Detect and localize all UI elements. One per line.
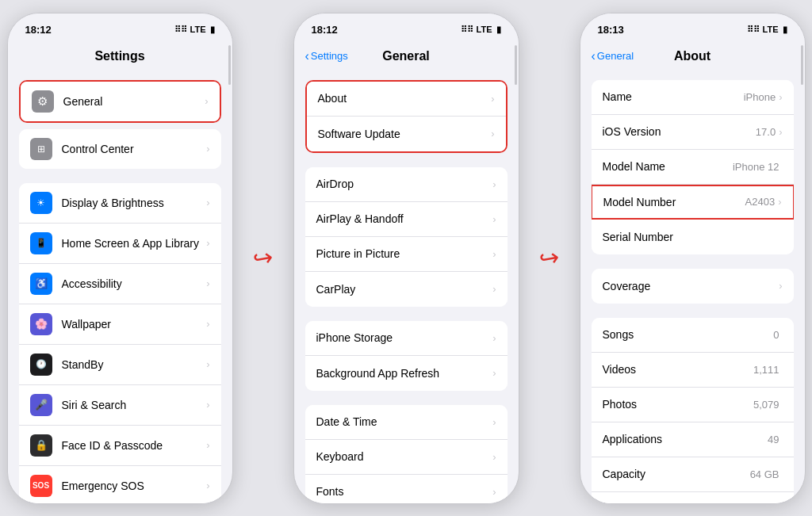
- settings-row-display[interactable]: ☀ Display & Brightness ›: [19, 183, 221, 224]
- about-row-modelnumber[interactable]: Model Number A2403 ›: [592, 185, 794, 220]
- coverage-chevron: ›: [779, 280, 782, 292]
- about-group-stats: Songs 0 Videos 1,111 Photos 5,079 Applic…: [592, 318, 794, 503]
- general-group-storage: iPhone Storage › Background App Refresh …: [305, 321, 508, 391]
- battery-icon-2: ▮: [496, 25, 501, 35]
- scrollbar-1: [228, 45, 231, 85]
- about-group-device: Name iPhone › iOS Version 17.0 › Model N…: [592, 80, 794, 254]
- status-bar-1: 18:12 ⠿⠿ LTE ▮: [8, 13, 232, 42]
- about-row-name[interactable]: Name iPhone ›: [592, 80, 794, 115]
- general-row-fonts[interactable]: Fonts ›: [305, 475, 508, 503]
- settings-row-homescreen[interactable]: 📱 Home Screen & App Library ›: [19, 224, 221, 264]
- datetime-label: Date & Time: [316, 415, 493, 428]
- about-content: Name iPhone › iOS Version 17.0 › Model N…: [580, 72, 805, 503]
- settings-row-accessibility[interactable]: ♿ Accessibility ›: [19, 264, 221, 304]
- status-icons-1: ⠿⠿ LTE ▮: [174, 25, 214, 35]
- settings-row-general[interactable]: ⚙ General ›: [21, 82, 220, 121]
- general-group-airdrop: AirDrop › AirPlay & Handoff › Picture in…: [305, 167, 508, 307]
- nav-back-2[interactable]: ‹ Settings: [305, 49, 348, 63]
- general-label: General: [63, 95, 205, 108]
- nav-back-3[interactable]: ‹ General: [592, 49, 634, 63]
- bgrefresh-label: Background App Refresh: [316, 367, 493, 380]
- standby-label: StandBy: [62, 358, 207, 371]
- keyboard-chevron: ›: [492, 451, 496, 463]
- siri-icon: 🎤: [30, 394, 52, 416]
- settings-row-wallpaper[interactable]: 🌸 Wallpaper ›: [19, 304, 221, 345]
- general-row-airplay[interactable]: AirPlay & Handoff ›: [305, 202, 508, 237]
- display-label: Display & Brightness: [62, 197, 207, 209]
- settings-group-display-section: ☀ Display & Brightness › 📱 Home Screen &…: [19, 183, 221, 503]
- scrollbar-2: [515, 45, 517, 85]
- songs-value: 0: [773, 329, 779, 341]
- general-row-storage[interactable]: iPhone Storage ›: [305, 321, 508, 356]
- general-content: About › Software Update › AirDrop › AirP…: [294, 72, 519, 503]
- carplay-label: CarPlay: [316, 283, 493, 296]
- name-value: iPhone: [744, 91, 776, 103]
- videos-value: 1,111: [753, 364, 779, 376]
- back-arrow-icon-3: ‹: [592, 49, 596, 63]
- about-row-coverage[interactable]: Coverage ›: [592, 269, 794, 304]
- about-row-ios[interactable]: iOS Version 17.0 ›: [592, 115, 794, 150]
- standby-icon: 🕐: [30, 354, 52, 376]
- status-bar-2: 18:12 ⠿⠿ LTE ▮: [294, 13, 519, 42]
- signal-icon-2: ⠿⠿ LTE: [461, 25, 492, 35]
- settings-row-siri[interactable]: 🎤 Siri & Search ›: [19, 385, 221, 426]
- general-chevron: ›: [205, 95, 208, 107]
- general-row-airdrop[interactable]: AirDrop ›: [305, 167, 508, 202]
- red-arrow-1: ↪: [251, 243, 275, 273]
- capacity-label: Capacity: [603, 468, 750, 480]
- general-row-datetime[interactable]: Date & Time ›: [305, 405, 508, 440]
- settings-row-standby[interactable]: 🕐 StandBy ›: [19, 345, 221, 385]
- general-row-software[interactable]: Software Update ›: [307, 117, 506, 151]
- nav-bar-1: Settings: [8, 42, 232, 72]
- status-time-2: 18:12: [312, 24, 338, 36]
- ios-value: 17.0: [756, 126, 776, 138]
- photos-value: 5,079: [753, 399, 779, 411]
- keyboard-label: Keyboard: [316, 450, 493, 463]
- pip-label: Picture in Picture: [316, 247, 493, 260]
- phone-general: 18:12 ⠿⠿ LTE ▮ ‹ Settings General About …: [293, 13, 519, 504]
- modelname-value: iPhone 12: [733, 161, 779, 173]
- settings-row-emergency[interactable]: SOS Emergency SOS ›: [19, 466, 221, 503]
- nav-back-label-2: Settings: [311, 50, 348, 62]
- storage-chevron: ›: [492, 332, 496, 344]
- signal-icon-3: ⠿⠿ LTE: [747, 25, 778, 35]
- settings-row-control-center[interactable]: ⊞ Control Center ›: [19, 129, 221, 169]
- standby-chevron: ›: [206, 358, 209, 370]
- modelname-label: Model Name: [603, 160, 733, 173]
- faceid-label: Face ID & Passcode: [62, 439, 207, 452]
- about-row-serial: Serial Number: [592, 220, 794, 254]
- general-row-keyboard[interactable]: Keyboard ›: [305, 440, 508, 475]
- videos-label: Videos: [603, 363, 753, 376]
- about-row-photos: Photos 5,079: [592, 388, 794, 422]
- back-arrow-icon-2: ‹: [305, 49, 309, 63]
- general-row-about[interactable]: About ›: [307, 82, 506, 117]
- fonts-label: Fonts: [316, 485, 493, 498]
- nav-title-2: General: [382, 49, 430, 63]
- status-time-3: 18:13: [598, 24, 624, 36]
- faceid-icon: 🔒: [30, 434, 52, 457]
- accessibility-label: Accessibility: [62, 277, 207, 290]
- serial-label: Serial Number: [603, 231, 779, 243]
- about-group-coverage: Coverage ›: [592, 269, 794, 304]
- about-label: About: [318, 92, 492, 105]
- settings-group-control: ⊞ Control Center ›: [19, 129, 221, 169]
- airplay-chevron: ›: [492, 213, 496, 225]
- phone-settings: 18:12 ⠿⠿ LTE ▮ Settings ⚙ General › ⊞ C: [7, 13, 233, 504]
- general-row-bgrefresh[interactable]: Background App Refresh ›: [305, 356, 508, 391]
- general-icon: ⚙: [32, 90, 54, 113]
- homescreen-chevron: ›: [206, 237, 209, 249]
- status-icons-2: ⠿⠿ LTE ▮: [461, 25, 500, 35]
- fonts-chevron: ›: [492, 486, 496, 498]
- control-center-icon: ⊞: [30, 138, 52, 160]
- control-center-label: Control Center: [62, 143, 207, 155]
- accessibility-chevron: ›: [206, 277, 209, 289]
- settings-row-faceid[interactable]: 🔒 Face ID & Passcode ›: [19, 426, 221, 466]
- about-row-modelname: Model Name iPhone 12: [592, 150, 794, 185]
- modelnumber-value: A2403: [745, 196, 776, 208]
- general-row-pip[interactable]: Picture in Picture ›: [305, 237, 508, 272]
- airplay-label: AirPlay & Handoff: [316, 212, 493, 225]
- general-row-carplay[interactable]: CarPlay ›: [305, 272, 508, 307]
- arrow-1: ↪: [247, 244, 279, 272]
- nav-bar-2: ‹ Settings General: [294, 42, 519, 72]
- status-icons-3: ⠿⠿ LTE ▮: [747, 25, 787, 35]
